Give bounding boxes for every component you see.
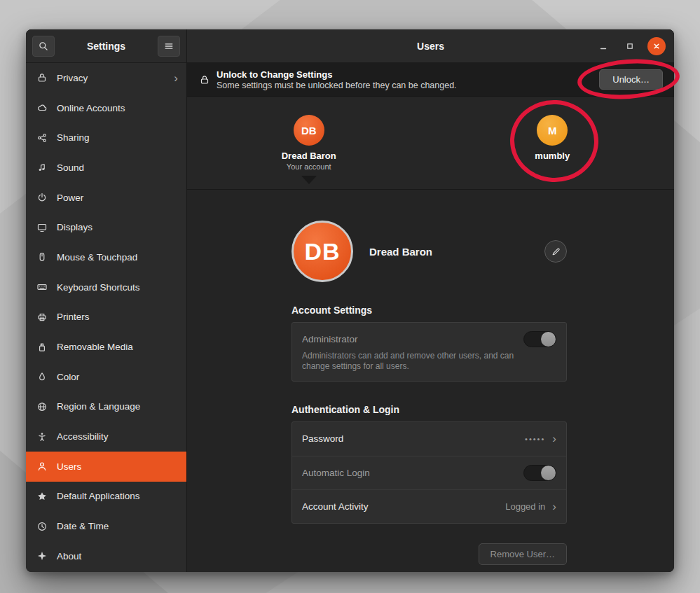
sidebar-item-label: About (57, 551, 81, 561)
sidebar-headerbar: Settings (26, 29, 186, 63)
user-detail-content: DB Dread Baron Account Settings Administ… (291, 221, 567, 565)
mouse-icon (36, 251, 48, 263)
remove-user-button[interactable]: Remove User… (479, 543, 567, 565)
close-icon (651, 41, 662, 52)
usb-drive-icon (36, 342, 48, 353)
user-detail-pane: DB Dread Baron Account Settings Administ… (187, 190, 674, 572)
edit-name-button[interactable] (544, 240, 567, 263)
unlock-banner-title: Unlock to Change Settings (217, 69, 457, 80)
sidebar-item-printers[interactable]: Printers (26, 302, 186, 333)
sidebar-item-region-language[interactable]: Region & Language (26, 392, 186, 422)
chevron-right-icon: › (174, 72, 178, 84)
sidebar-item-label: Color (57, 372, 79, 382)
selected-user-arrow (301, 176, 317, 184)
password-value-wrap: ••••• › (525, 433, 556, 445)
password-label: Password (302, 433, 343, 444)
sidebar-item-label: Accessibility (57, 431, 109, 442)
password-dots: ••••• (525, 435, 545, 443)
sidebar-item-default-applications[interactable]: Default Applications (26, 482, 186, 512)
auth-login-heading: Authentication & Login (291, 404, 567, 415)
sidebar-item-label: Users (57, 461, 81, 472)
sidebar-item-privacy[interactable]: Privacy › (26, 63, 186, 93)
sidebar-item-power[interactable]: Power (26, 183, 186, 213)
star-icon (36, 491, 48, 502)
administrator-card: Administrator Administrators can add and… (291, 322, 567, 382)
power-icon (36, 192, 48, 203)
password-row[interactable]: Password ••••• › (292, 422, 566, 456)
administrator-label: Administrator (302, 334, 358, 344)
sparkle-icon (36, 550, 48, 561)
person-icon (36, 461, 48, 472)
maximize-icon (624, 41, 636, 52)
sidebar-item-label: Removable Media (57, 342, 133, 352)
sidebar-item-keyboard-shortcuts[interactable]: Keyboard Shortcuts (26, 272, 186, 302)
sidebar-item-label: Sharing (57, 132, 90, 143)
automatic-login-label: Automatic Login (302, 468, 370, 478)
minimize-icon (598, 41, 609, 52)
profile-name: Dread Baron (369, 246, 432, 258)
sidebar-item-mouse-touchpad[interactable]: Mouse & Touchpad (26, 242, 186, 272)
music-note-icon (36, 162, 48, 173)
maximize-button[interactable] (621, 37, 639, 55)
sidebar-item-removable-media[interactable]: Removable Media (26, 332, 186, 362)
unlock-banner-subtitle: Some settings must be unlocked before th… (217, 81, 457, 90)
chevron-right-icon: › (552, 501, 556, 512)
sidebar-item-label: Region & Language (57, 401, 140, 412)
menu-button[interactable] (158, 36, 180, 57)
sidebar-item-sound[interactable]: Sound (26, 153, 186, 183)
unlock-banner: Unlock to Change Settings Some settings … (187, 63, 674, 97)
user-name: Dread Baron (282, 151, 336, 161)
accessibility-icon (36, 431, 48, 442)
sidebar-item-label: Keyboard Shortcuts (57, 282, 140, 293)
user-name: mumbly (535, 151, 570, 161)
toggle-knob (541, 332, 556, 347)
account-activity-row[interactable]: Account Activity Logged in › (292, 489, 566, 523)
automatic-login-row: Automatic Login (292, 456, 566, 489)
users-panel: Users Unlock to Change Settings Some set… (186, 29, 674, 572)
sidebar-item-sharing[interactable]: Sharing (26, 123, 186, 153)
sidebar-item-label: Online Accounts (57, 103, 125, 113)
automatic-login-toggle[interactable] (523, 465, 556, 481)
sidebar-item-label: Mouse & Touchpad (57, 252, 137, 263)
administrator-toggle[interactable] (523, 331, 556, 347)
sidebar-item-label: Sound (57, 162, 84, 173)
sidebar-item-label: Printers (57, 312, 90, 322)
sidebar-item-color[interactable]: Color (26, 362, 186, 392)
administrator-description: Administrators can add and remove other … (302, 351, 535, 372)
sidebar-item-label: Displays (57, 222, 92, 232)
lock-icon (36, 72, 48, 83)
sidebar-item-accessibility[interactable]: Accessibility (26, 421, 186, 452)
hamburger-icon (163, 41, 174, 52)
profile-row: DB Dread Baron (291, 221, 567, 282)
profile-avatar: DB (291, 221, 353, 282)
share-icon (36, 132, 48, 144)
main-headerbar: Users (187, 29, 674, 63)
unlock-button[interactable]: Unlock… (599, 69, 663, 90)
account-activity-value-wrap: Logged in › (505, 501, 556, 512)
close-button[interactable] (647, 37, 666, 55)
administrator-row: Administrator (302, 331, 556, 347)
sidebar: Settings Privacy › Online Accounts Shari… (26, 29, 186, 572)
sidebar-item-online-accounts[interactable]: Online Accounts (26, 93, 186, 123)
account-activity-label: Account Activity (302, 501, 369, 512)
avatar: M (537, 115, 568, 146)
sidebar-item-label: Power (57, 193, 83, 203)
user-subtitle: Your account (287, 162, 331, 171)
sidebar-item-date-time[interactable]: Date & Time (26, 511, 186, 541)
sidebar-item-about[interactable]: About (26, 541, 186, 571)
globe-icon (36, 401, 48, 412)
account-activity-value: Logged in (505, 501, 545, 512)
user-card-mumbly[interactable]: M mumbly (431, 97, 675, 189)
sidebar-title: Settings (55, 41, 158, 52)
unlock-banner-text: Unlock to Change Settings Some settings … (217, 69, 457, 90)
sidebar-item-users[interactable]: Users (26, 452, 186, 482)
search-button[interactable] (32, 36, 55, 57)
sidebar-item-displays[interactable]: Displays (26, 212, 186, 242)
sidebar-item-label: Date & Time (57, 521, 109, 531)
settings-window: Settings Privacy › Online Accounts Shari… (26, 29, 674, 572)
cloud-icon (36, 102, 48, 113)
printer-icon (36, 312, 48, 323)
avatar: DB (294, 115, 324, 146)
remove-user-row: Remove User… (291, 543, 567, 565)
minimize-button[interactable] (594, 37, 612, 55)
